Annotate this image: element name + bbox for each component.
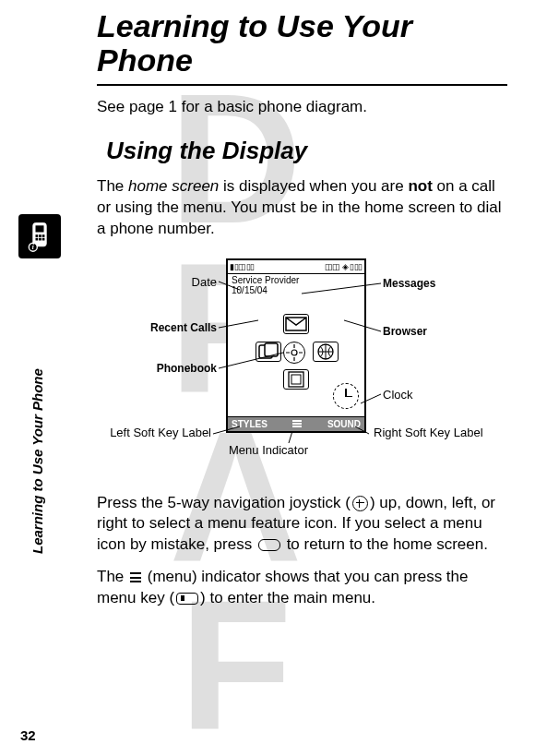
menu-key-icon (176, 593, 198, 605)
paragraph-3: The (menu) indicator shows that you can … (97, 567, 507, 609)
paragraph-2: Press the 5-way navigation joystick () u… (97, 493, 507, 557)
svg-line-14 (302, 283, 381, 294)
menu-indicator-inline-icon (130, 572, 141, 582)
home-screen-diagram: ▮▯◫▯▯ ◫◫ ◈ ▯▯▯ Service Provider 10/15/04 (88, 251, 507, 482)
text: to return to the home screen. (282, 535, 488, 553)
leader-lines (88, 251, 507, 482)
not-bold: not (408, 177, 432, 195)
chapter-title: Learning to Use Your Phone (97, 9, 507, 86)
text: The (97, 177, 128, 195)
paragraph-1: The home screen is displayed when you ar… (97, 176, 507, 240)
svg-line-13 (344, 320, 381, 331)
text: The (97, 568, 128, 585)
svg-line-6 (219, 282, 240, 290)
section-title: Using the Display (106, 137, 507, 165)
text: Press the 5-way navigation joystick ( (97, 494, 351, 511)
svg-line-8 (219, 353, 283, 368)
joystick-icon (352, 496, 368, 511)
page-number: 32 (20, 727, 36, 743)
back-key-icon (258, 539, 280, 551)
home-screen-term: home screen (128, 177, 219, 195)
intro-paragraph: See page 1 for a basic phone diagram. (97, 97, 507, 118)
svg-line-9 (213, 426, 240, 434)
svg-line-11 (355, 426, 369, 434)
svg-line-10 (289, 431, 292, 443)
svg-line-12 (361, 394, 381, 403)
page-content: Learning to Use Your Phone See page 1 fo… (0, 0, 535, 630)
text: ) to enter the main menu. (200, 589, 375, 606)
svg-line-7 (219, 320, 258, 328)
text: is displayed when you are (219, 177, 408, 195)
